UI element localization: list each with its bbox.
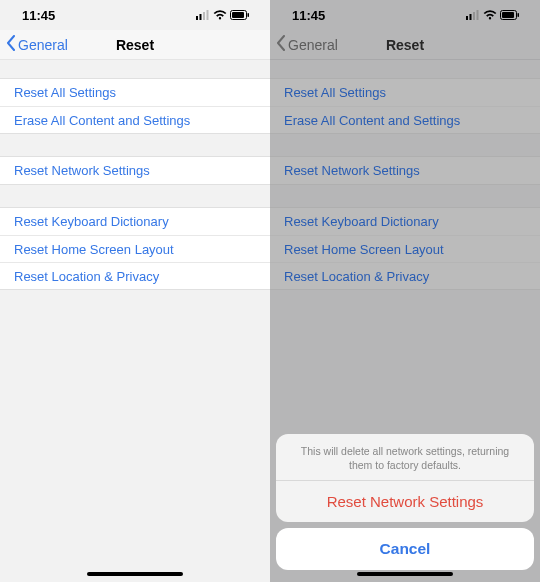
row-label: Erase All Content and Settings xyxy=(14,113,190,128)
svg-rect-1 xyxy=(200,14,202,20)
action-sheet-body: This will delete all network settings, r… xyxy=(276,434,534,522)
svg-rect-2 xyxy=(203,12,205,20)
action-cancel-button[interactable]: Cancel xyxy=(276,528,534,570)
row-label: Reset Location & Privacy xyxy=(14,269,159,284)
svg-rect-6 xyxy=(248,13,250,17)
row-reset-all-settings[interactable]: Reset All Settings xyxy=(0,79,270,106)
row-label: Reset Network Settings xyxy=(14,163,150,178)
row-reset-network-settings[interactable]: Reset Network Settings xyxy=(0,157,270,184)
status-icons xyxy=(196,8,250,23)
phone-right: 11:45 General Reset Reset All Settings E… xyxy=(270,0,540,582)
row-reset-location-privacy[interactable]: Reset Location & Privacy xyxy=(0,262,270,289)
row-reset-home-screen[interactable]: Reset Home Screen Layout xyxy=(0,235,270,262)
home-indicator xyxy=(87,572,183,576)
home-indicator xyxy=(357,572,453,576)
row-label: Reset Home Screen Layout xyxy=(14,242,174,257)
nav-bar: General Reset xyxy=(0,30,270,60)
action-reset-network-settings[interactable]: Reset Network Settings xyxy=(276,480,534,522)
svg-rect-5 xyxy=(232,12,244,18)
svg-rect-3 xyxy=(207,10,209,20)
row-reset-keyboard-dictionary[interactable]: Reset Keyboard Dictionary xyxy=(0,208,270,235)
row-label: Reset All Settings xyxy=(14,85,116,100)
cellular-icon xyxy=(196,8,210,23)
status-time: 11:45 xyxy=(22,8,55,23)
status-bar: 11:45 xyxy=(0,0,270,30)
group-3: Reset Keyboard Dictionary Reset Home Scr… xyxy=(0,207,270,290)
settings-list: Reset All Settings Erase All Content and… xyxy=(0,78,270,312)
phone-left: 11:45 General Reset Reset All Settings E… xyxy=(0,0,270,582)
action-sheet-message: This will delete all network settings, r… xyxy=(276,434,534,480)
svg-rect-0 xyxy=(196,16,198,20)
row-label: Reset Keyboard Dictionary xyxy=(14,214,169,229)
battery-icon xyxy=(230,8,250,23)
wifi-icon xyxy=(213,8,227,23)
nav-title: Reset xyxy=(0,37,270,53)
row-erase-all-content[interactable]: Erase All Content and Settings xyxy=(0,106,270,133)
group-1: Reset All Settings Erase All Content and… xyxy=(0,78,270,134)
group-2: Reset Network Settings xyxy=(0,156,270,185)
action-sheet: This will delete all network settings, r… xyxy=(276,434,534,570)
